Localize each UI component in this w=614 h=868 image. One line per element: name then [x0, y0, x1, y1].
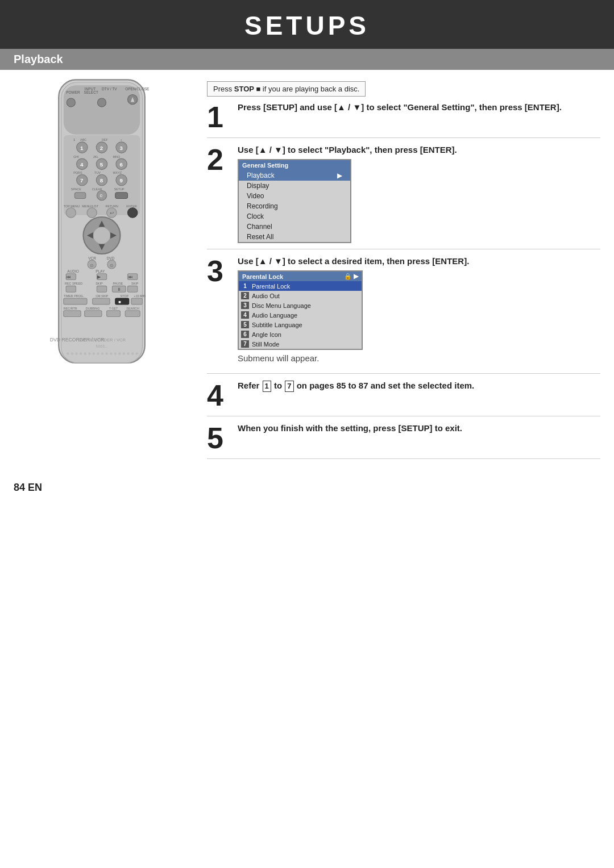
step-4-content: Refer 1 to 7 on pages 85 to 87 and set t… — [238, 379, 600, 395]
svg-point-53 — [87, 208, 97, 218]
svg-text:⊙: ⊙ — [90, 263, 94, 268]
step-1-content: Press [SETUP] and use [▲ / ▼] to select … — [238, 101, 600, 116]
svg-point-108 — [75, 352, 77, 354]
svg-point-107 — [71, 352, 73, 354]
pm-label-4: Audio Language — [252, 312, 297, 319]
svg-text:▶: ▶ — [97, 274, 101, 279]
svg-rect-82 — [97, 286, 106, 292]
svg-text:CM.SKIP: CM.SKIP — [96, 294, 109, 298]
step-5-text: When you finish with the setting, press … — [238, 423, 462, 433]
svg-rect-92 — [115, 298, 129, 304]
main-content: POWER INPUT SELECT DTV / TV OPEN/CLOSE A… — [0, 77, 614, 465]
note-text: Press — [213, 85, 234, 93]
menu-item-recording: Recording — [239, 201, 350, 211]
pm-item-7: 7 Still Mode — [239, 339, 362, 349]
press-stop-note: Press STOP ■ if you are playing back a d… — [207, 81, 366, 97]
svg-rect-94 — [131, 298, 143, 304]
svg-rect-81 — [66, 286, 76, 292]
pm-label-5: Subtitle Language — [252, 322, 302, 328]
pm-label-1: Parental Lock — [252, 283, 290, 290]
step-3-number: 3 — [207, 255, 238, 286]
svg-rect-102 — [125, 311, 140, 317]
step-5: 5 When you finish with the setting, pres… — [207, 422, 600, 459]
svg-point-109 — [80, 352, 82, 354]
svg-text:MENU/LIST: MENU/LIST — [82, 205, 99, 208]
svg-text:TOP MENU: TOP MENU — [64, 205, 80, 208]
svg-text:SETUP: SETUP — [114, 187, 125, 191]
pm-item-3: 3 Disc Menu Language — [239, 301, 362, 310]
svg-text:TIMER PROG.: TIMER PROG. — [64, 294, 84, 298]
svg-text:GHI: GHI — [73, 155, 79, 158]
svg-text:DVD RECORDER / VCR: DVD RECORDER / VCR — [78, 337, 126, 343]
svg-text:9: 9 — [119, 177, 123, 183]
svg-text:SPACE: SPACE — [71, 187, 81, 191]
svg-text:8: 8 — [100, 177, 103, 183]
svg-rect-91 — [93, 298, 110, 304]
pm-num-3: 3 — [241, 302, 249, 309]
svg-text:OPEN/CLOSE: OPEN/CLOSE — [125, 87, 150, 91]
svg-text:+10 MIN: +10 MIN — [134, 294, 146, 298]
step-2: 2 Use [▲ / ▼] to select "Playback", then… — [207, 144, 600, 249]
svg-text:VCR: VCR — [88, 256, 96, 260]
svg-point-52 — [66, 208, 76, 218]
svg-rect-100 — [85, 311, 102, 317]
svg-text:PQRS: PQRS — [73, 171, 82, 174]
svg-text:REC SPEED: REC SPEED — [65, 282, 82, 285]
menu-item-playback: Playback — [239, 170, 350, 181]
svg-rect-44 — [74, 193, 86, 199]
svg-text:PLAY: PLAY — [96, 269, 105, 273]
svg-text:0: 0 — [100, 193, 102, 198]
svg-text:SELECT: SELECT — [84, 90, 98, 94]
svg-point-110 — [84, 352, 86, 354]
menu-item-reset-all: Reset All — [239, 232, 350, 242]
svg-text:N866...: N866... — [96, 344, 108, 348]
svg-rect-47 — [115, 193, 128, 199]
pm-item-4: 4 Audio Language — [239, 310, 362, 320]
pm-num-7: 7 — [241, 340, 249, 348]
svg-text:MNO: MNO — [113, 155, 120, 158]
stop-key: STOP ■ — [234, 85, 260, 93]
left-column: POWER INPUT SELECT DTV / TV OPEN/CLOSE A… — [14, 77, 190, 465]
svg-text:PAUSE: PAUSE — [113, 282, 123, 285]
svg-point-8 — [67, 98, 75, 107]
right-column: Press STOP ■ if you are playing back a d… — [207, 77, 600, 465]
menu-item-display: Display — [239, 181, 350, 191]
page-number-suffix: EN — [28, 482, 42, 493]
svg-text:⏸: ⏸ — [117, 287, 122, 292]
svg-point-116 — [110, 352, 112, 354]
step-4-text: Refer 1 to 7 on pages 85 to 87 and set t… — [238, 379, 600, 392]
svg-text:↩: ↩ — [110, 210, 114, 216]
remote-container: POWER INPUT SELECT DTV / TV OPEN/CLOSE A… — [19, 77, 184, 372]
svg-text:DUBBING: DUBBING — [86, 307, 100, 310]
svg-point-119 — [123, 352, 125, 354]
svg-text:ENTER: ENTER — [126, 205, 136, 208]
pm-label-7: Still Mode — [252, 341, 279, 348]
menu-item-channel: Channel — [239, 222, 350, 232]
pm-item-5: 5 Subtitle Language — [239, 320, 362, 329]
pm-label-3: Disc Menu Language — [252, 302, 311, 309]
lock-icon: 🔒 ▶ — [344, 273, 358, 280]
svg-text:1: 1 — [80, 145, 84, 151]
step-2-text: Use [▲ / ▼] to select "Playback", then p… — [238, 145, 457, 155]
svg-text:4: 4 — [80, 161, 84, 168]
svg-text:2: 2 — [100, 145, 103, 151]
page-title: SETUPS — [0, 10, 614, 41]
submenu-note: Submenu will appear. — [238, 352, 600, 364]
svg-rect-90 — [64, 298, 87, 304]
svg-rect-101 — [107, 311, 121, 317]
svg-text:DEF: DEF — [102, 138, 109, 141]
svg-point-114 — [101, 352, 103, 354]
svg-text:SEARCH: SEARCH — [126, 307, 139, 310]
svg-point-118 — [118, 352, 121, 354]
section-title: Playback — [14, 53, 63, 65]
svg-point-58 — [93, 227, 110, 244]
svg-text:JKL: JKL — [93, 155, 98, 158]
svg-text:1: 1 — [73, 138, 75, 141]
svg-point-113 — [97, 352, 99, 354]
svg-text:WXYZ: WXYZ — [113, 171, 122, 174]
step-1-text: Press [SETUP] and use [▲ / ▼] to select … — [238, 102, 562, 112]
playback-menu-title: Parental Lock 🔒 ▶ — [239, 272, 362, 281]
svg-point-9 — [97, 98, 106, 107]
pm-num-1: 1 — [241, 282, 249, 290]
step-2-number: 2 — [207, 144, 238, 174]
